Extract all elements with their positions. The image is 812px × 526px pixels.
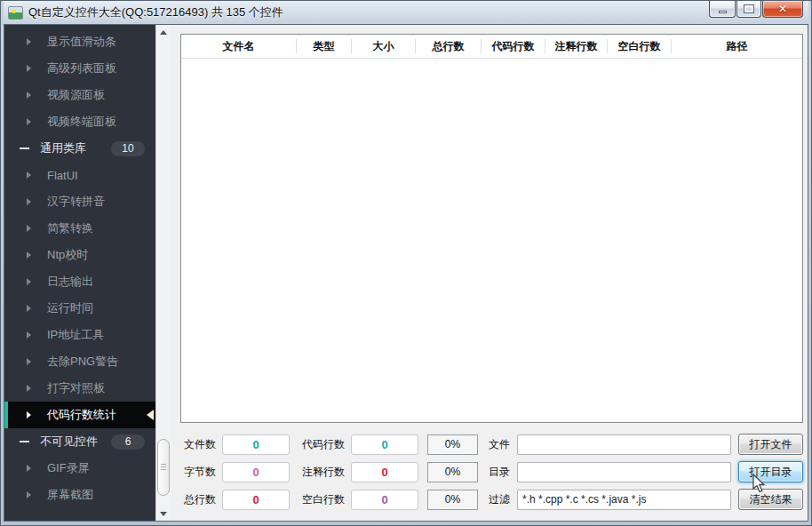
main-panel: 文件名类型大小总行数代码行数注释行数空白行数路径 文件数0代码行数00%文件打开… [171, 25, 808, 521]
expand-icon [27, 92, 31, 99]
window-title: Qt自定义控件大全(QQ:517216493) 共 135 个控件 [28, 4, 283, 20]
collapse-icon [20, 147, 29, 149]
percent-box: 0% [427, 462, 478, 482]
tree-item[interactable]: 汉字转拼音 [4, 188, 155, 215]
tree-item[interactable]: IP地址工具 [4, 322, 155, 348]
expand-icon [27, 358, 31, 365]
open-file-button[interactable]: 打开文件 [738, 434, 803, 455]
sidebar-scrollbar[interactable] [155, 25, 171, 521]
column-header-total-lines[interactable]: 总行数 [416, 39, 482, 53]
tree-item[interactable]: 显示值滑动条 [4, 28, 155, 55]
scrollbar-thumb[interactable] [157, 439, 170, 496]
tree-item-label: 视频源面板 [47, 87, 105, 103]
percent-box: 0% [427, 490, 478, 510]
form-row: 文件数0代码行数00%文件打开文件 [180, 434, 803, 455]
tree-item[interactable]: 简繁转换 [4, 215, 155, 242]
form-row: 总行数0空白行数00%过滤清空结果 [180, 489, 803, 510]
column-header-size[interactable]: 大小 [352, 39, 416, 53]
tree-group[interactable]: 通用类库10 [4, 135, 155, 162]
sidebar-tree: 显示值滑动条高级列表面板视频源面板视频终端面板通用类库10FlatUI汉字转拼音… [4, 25, 155, 521]
expand-icon [27, 65, 31, 72]
column-header-comment-lines[interactable]: 注释行数 [545, 39, 608, 53]
stat-value-box: 0 [222, 462, 290, 482]
minimize-button[interactable] [709, 1, 736, 18]
expand-icon [27, 38, 31, 45]
column-header-filename[interactable]: 文件名 [181, 39, 297, 53]
stat-label: 注释行数 [290, 465, 345, 480]
stat-label: 代码行数 [290, 437, 345, 452]
tree-item-label: 显示值滑动条 [47, 34, 116, 50]
tree-item-label: 不可见控件 [40, 434, 98, 450]
tree-item[interactable]: FlatUI [4, 162, 155, 188]
tree-item[interactable]: Ntp校时 [4, 242, 155, 268]
tree-item-selected[interactable]: 代码行数统计 [4, 402, 155, 428]
app-window: Qt自定义控件大全(QQ:517216493) 共 135 个控件 ✕ 显示值滑… [0, 0, 812, 526]
open-dir-button[interactable]: 打开目录 [738, 461, 803, 482]
maximize-button[interactable] [736, 1, 761, 18]
field-label: 文件 [486, 437, 510, 452]
column-header-path[interactable]: 路径 [672, 39, 802, 53]
stat-label: 字节数 [180, 465, 216, 480]
expand-icon [27, 171, 31, 179]
app-icon [8, 6, 23, 20]
clear-results-button[interactable]: 清空结果 [738, 489, 803, 510]
expand-icon [27, 225, 31, 232]
tree-item-label: 去除PNG警告 [47, 354, 118, 370]
tree-item-label: 运行时间 [47, 300, 93, 316]
table-body [181, 59, 802, 422]
expand-icon [27, 411, 31, 418]
tree-item-label: Ntp校时 [47, 247, 88, 263]
expand-icon [27, 491, 31, 498]
tree-item-label: 高级列表面板 [47, 60, 116, 76]
expand-icon [27, 278, 31, 285]
count-badge: 10 [111, 141, 145, 156]
scroll-up-button[interactable] [156, 25, 171, 39]
tree-item[interactable]: 视频源面板 [4, 82, 155, 108]
filter-input[interactable] [517, 490, 731, 510]
tree-item-label: GIF录屏 [47, 460, 90, 476]
expand-icon [27, 385, 31, 392]
scrollbar-track[interactable] [156, 39, 171, 506]
scroll-down-button[interactable] [156, 506, 171, 521]
count-badge: 6 [111, 434, 145, 450]
column-header-blank-lines[interactable]: 空白行数 [608, 39, 672, 53]
table-header-row: 文件名类型大小总行数代码行数注释行数空白行数路径 [181, 35, 802, 59]
arrow-up-icon [160, 30, 167, 35]
form-row: 字节数0注释行数00%目录打开目录 [180, 461, 803, 482]
file-input[interactable] [517, 434, 731, 455]
tree-item-label: 日志输出 [47, 274, 93, 290]
tree-item-label: 屏幕截图 [47, 487, 93, 503]
stat-value-box: 0 [351, 462, 418, 482]
arrow-down-icon [160, 512, 167, 516]
expand-icon [27, 331, 31, 339]
expand-icon [27, 465, 31, 472]
stat-value-box: 0 [222, 490, 290, 510]
tree-item-label: 视频终端面板 [47, 114, 116, 130]
field-label: 过滤 [486, 492, 510, 507]
tree-group[interactable]: 不可见控件6 [4, 428, 155, 455]
expand-icon [27, 305, 31, 312]
title-bar[interactable]: Qt自定义控件大全(QQ:517216493) 共 135 个控件 [4, 1, 808, 24]
tree-item[interactable]: 高级列表面板 [4, 55, 155, 82]
grip-icon [161, 464, 166, 472]
tree-item[interactable]: 视频终端面板 [4, 108, 155, 135]
tree-item[interactable]: GIF录屏 [4, 455, 155, 482]
maximize-icon [744, 5, 753, 12]
tree-item-label: 汉字转拼音 [47, 194, 105, 210]
stat-label: 空白行数 [290, 492, 345, 507]
column-header-code-lines[interactable]: 代码行数 [482, 39, 545, 53]
tree-item[interactable]: 运行时间 [4, 295, 155, 322]
selected-marker-icon [147, 410, 154, 420]
dir-input[interactable] [517, 462, 731, 482]
minimize-icon [719, 11, 727, 13]
tree-item-label: FlatUI [47, 169, 78, 182]
expand-icon [27, 251, 31, 259]
tree-item[interactable]: 去除PNG警告 [4, 348, 155, 375]
collapse-icon [20, 441, 29, 442]
tree-item-label: 简繁转换 [47, 220, 93, 236]
column-header-type[interactable]: 类型 [297, 39, 352, 53]
close-button[interactable]: ✕ [762, 1, 803, 18]
tree-item[interactable]: 打字对照板 [4, 375, 155, 402]
tree-item[interactable]: 日志输出 [4, 268, 155, 295]
tree-item[interactable]: 屏幕截图 [4, 482, 155, 508]
